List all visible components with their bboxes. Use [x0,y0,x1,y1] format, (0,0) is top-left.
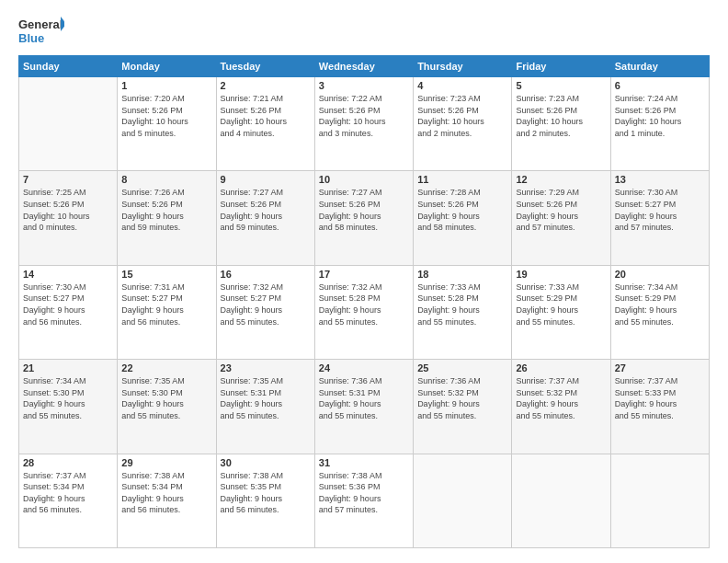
weekday-saturday: Saturday [610,56,709,77]
calendar-cell: 14Sunrise: 7:30 AM Sunset: 5:27 PM Dayli… [19,265,118,359]
day-number: 15 [121,269,211,280]
day-number: 13 [615,174,705,185]
svg-text:Blue: Blue [18,31,44,45]
calendar-cell: 16Sunrise: 7:32 AM Sunset: 5:27 PM Dayli… [216,265,314,359]
day-info: Sunrise: 7:36 AM Sunset: 5:32 PM Dayligh… [417,375,507,421]
calendar-cell: 13Sunrise: 7:30 AM Sunset: 5:27 PM Dayli… [610,171,709,265]
day-number: 28 [23,457,113,468]
weekday-friday: Friday [512,56,610,77]
week-row-4: 21Sunrise: 7:34 AM Sunset: 5:30 PM Dayli… [19,360,710,454]
calendar-cell: 17Sunrise: 7:32 AM Sunset: 5:28 PM Dayli… [314,265,413,359]
calendar-cell: 7Sunrise: 7:25 AM Sunset: 5:26 PM Daylig… [19,171,118,265]
day-info: Sunrise: 7:32 AM Sunset: 5:27 PM Dayligh… [221,282,311,327]
calendar-cell: 6Sunrise: 7:24 AM Sunset: 5:26 PM Daylig… [610,77,709,171]
calendar-cell: 29Sunrise: 7:38 AM Sunset: 5:34 PM Dayli… [118,454,216,547]
day-number: 2 [221,80,311,91]
day-number: 25 [417,362,507,373]
weekday-header-row: SundayMondayTuesdayWednesdayThursdayFrid… [19,56,710,77]
day-info: Sunrise: 7:36 AM Sunset: 5:31 PM Dayligh… [319,375,409,421]
day-info: Sunrise: 7:31 AM Sunset: 5:27 PM Dayligh… [121,282,211,327]
day-number: 21 [23,362,113,373]
day-number: 26 [516,362,606,373]
day-info: Sunrise: 7:29 AM Sunset: 5:26 PM Dayligh… [516,187,606,233]
weekday-tuesday: Tuesday [216,56,314,77]
day-info: Sunrise: 7:37 AM Sunset: 5:33 PM Dayligh… [615,375,705,421]
week-row-3: 14Sunrise: 7:30 AM Sunset: 5:27 PM Dayli… [19,265,710,359]
day-number: 22 [121,362,211,373]
calendar-cell: 10Sunrise: 7:27 AM Sunset: 5:26 PM Dayli… [314,171,413,265]
day-number: 3 [319,80,409,91]
calendar-cell: 25Sunrise: 7:36 AM Sunset: 5:32 PM Dayli… [414,360,512,454]
day-number: 6 [615,80,705,91]
day-number: 31 [319,457,409,468]
day-number: 1 [121,80,211,91]
calendar-cell: 20Sunrise: 7:34 AM Sunset: 5:29 PM Dayli… [610,265,709,359]
day-number: 4 [417,80,507,91]
day-number: 10 [319,174,409,185]
day-info: Sunrise: 7:38 AM Sunset: 5:35 PM Dayligh… [221,470,311,516]
day-info: Sunrise: 7:33 AM Sunset: 5:28 PM Dayligh… [417,282,507,327]
day-info: Sunrise: 7:27 AM Sunset: 5:26 PM Dayligh… [319,187,409,233]
calendar-cell: 19Sunrise: 7:33 AM Sunset: 5:29 PM Dayli… [512,265,610,359]
day-number: 23 [221,362,311,373]
day-info: Sunrise: 7:37 AM Sunset: 5:34 PM Dayligh… [23,470,113,516]
calendar-cell: 22Sunrise: 7:35 AM Sunset: 5:30 PM Dayli… [118,360,216,454]
weekday-sunday: Sunday [19,56,118,77]
day-info: Sunrise: 7:34 AM Sunset: 5:29 PM Dayligh… [615,282,705,327]
day-number: 29 [121,457,211,468]
calendar-cell: 28Sunrise: 7:37 AM Sunset: 5:34 PM Dayli… [19,454,118,547]
calendar-cell: 26Sunrise: 7:37 AM Sunset: 5:32 PM Dayli… [512,360,610,454]
day-info: Sunrise: 7:34 AM Sunset: 5:30 PM Dayligh… [23,375,113,421]
day-info: Sunrise: 7:25 AM Sunset: 5:26 PM Dayligh… [23,187,113,233]
day-number: 14 [23,269,113,280]
day-info: Sunrise: 7:35 AM Sunset: 5:31 PM Dayligh… [221,375,311,421]
calendar-cell: 15Sunrise: 7:31 AM Sunset: 5:27 PM Dayli… [118,265,216,359]
day-number: 7 [23,174,113,185]
calendar-cell: 27Sunrise: 7:37 AM Sunset: 5:33 PM Dayli… [610,360,709,454]
calendar-cell: 8Sunrise: 7:26 AM Sunset: 5:26 PM Daylig… [118,171,216,265]
calendar-cell: 24Sunrise: 7:36 AM Sunset: 5:31 PM Dayli… [314,360,413,454]
day-info: Sunrise: 7:35 AM Sunset: 5:30 PM Dayligh… [121,375,211,421]
day-info: Sunrise: 7:30 AM Sunset: 5:27 PM Dayligh… [23,282,113,327]
day-number: 12 [516,174,606,185]
day-number: 20 [615,269,705,280]
day-info: Sunrise: 7:33 AM Sunset: 5:29 PM Dayligh… [516,282,606,327]
week-row-1: 1Sunrise: 7:20 AM Sunset: 5:26 PM Daylig… [19,77,710,171]
day-number: 16 [221,269,311,280]
day-info: Sunrise: 7:24 AM Sunset: 5:26 PM Dayligh… [615,93,705,139]
calendar-cell [19,77,118,171]
calendar-cell: 1Sunrise: 7:20 AM Sunset: 5:26 PM Daylig… [118,77,216,171]
day-info: Sunrise: 7:22 AM Sunset: 5:26 PM Dayligh… [319,93,409,139]
calendar-cell: 31Sunrise: 7:38 AM Sunset: 5:36 PM Dayli… [314,454,413,547]
calendar-cell: 5Sunrise: 7:23 AM Sunset: 5:26 PM Daylig… [512,77,610,171]
calendar-cell: 9Sunrise: 7:27 AM Sunset: 5:26 PM Daylig… [216,171,314,265]
day-info: Sunrise: 7:38 AM Sunset: 5:34 PM Dayligh… [121,470,211,516]
day-info: Sunrise: 7:23 AM Sunset: 5:26 PM Dayligh… [417,93,507,139]
logo: General Blue [18,15,64,48]
day-number: 18 [417,269,507,280]
calendar-cell: 12Sunrise: 7:29 AM Sunset: 5:26 PM Dayli… [512,171,610,265]
day-info: Sunrise: 7:32 AM Sunset: 5:28 PM Dayligh… [319,282,409,327]
day-info: Sunrise: 7:30 AM Sunset: 5:27 PM Dayligh… [615,187,705,233]
calendar-cell: 11Sunrise: 7:28 AM Sunset: 5:26 PM Dayli… [414,171,512,265]
day-number: 5 [516,80,606,91]
logo-svg: General Blue [18,15,64,48]
calendar-cell: 23Sunrise: 7:35 AM Sunset: 5:31 PM Dayli… [216,360,314,454]
day-number: 27 [615,362,705,373]
header: General Blue [18,15,710,48]
day-number: 11 [417,174,507,185]
calendar-cell: 21Sunrise: 7:34 AM Sunset: 5:30 PM Dayli… [19,360,118,454]
calendar-cell: 18Sunrise: 7:33 AM Sunset: 5:28 PM Dayli… [414,265,512,359]
calendar-cell [610,454,709,547]
day-info: Sunrise: 7:27 AM Sunset: 5:26 PM Dayligh… [221,187,311,233]
calendar-cell: 4Sunrise: 7:23 AM Sunset: 5:26 PM Daylig… [414,77,512,171]
calendar-cell: 3Sunrise: 7:22 AM Sunset: 5:26 PM Daylig… [314,77,413,171]
weekday-thursday: Thursday [414,56,512,77]
day-number: 24 [319,362,409,373]
calendar-cell: 30Sunrise: 7:38 AM Sunset: 5:35 PM Dayli… [216,454,314,547]
calendar-table: SundayMondayTuesdayWednesdayThursdayFrid… [18,55,710,548]
day-number: 30 [221,457,311,468]
day-number: 17 [319,269,409,280]
week-row-2: 7Sunrise: 7:25 AM Sunset: 5:26 PM Daylig… [19,171,710,265]
calendar-cell: 2Sunrise: 7:21 AM Sunset: 5:26 PM Daylig… [216,77,314,171]
